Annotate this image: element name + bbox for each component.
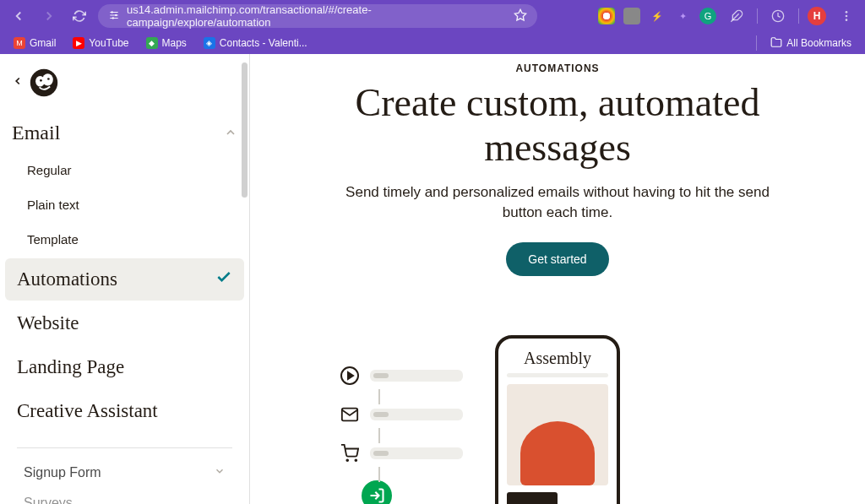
folder-icon (770, 36, 782, 51)
phone-product-image (507, 384, 608, 485)
workflow-step-trigger (338, 364, 463, 387)
nav-forward-button[interactable] (37, 4, 61, 28)
site-settings-icon[interactable] (108, 9, 120, 24)
bookmark-maps[interactable]: ◆ Maps (139, 35, 193, 51)
app-container: Email Regular Plain text Template Automa… (0, 54, 865, 504)
chevron-up-icon (224, 122, 237, 144)
extension-icon-1[interactable] (598, 8, 615, 24)
sidebar-item-website[interactable]: Website (5, 302, 244, 344)
sidebar-subitem-template[interactable]: Template (0, 222, 249, 257)
sidebar-subitem-label: Plain text (27, 198, 79, 212)
extensions-menu-icon[interactable] (725, 4, 748, 28)
extension-icon-4[interactable]: ✦ (674, 8, 691, 24)
step-card (370, 409, 463, 420)
bookmark-label: Maps (162, 37, 187, 49)
mail-icon (338, 403, 362, 426)
svg-point-0 (112, 11, 113, 13)
lamp-shade (520, 421, 595, 485)
extension-icon-5[interactable]: G (699, 8, 716, 24)
phone-text-placeholder (507, 373, 608, 377)
bookmark-gmail[interactable]: M Gmail (7, 35, 63, 51)
svg-point-17 (346, 459, 348, 461)
workflow-step-cart (338, 442, 463, 465)
sidebar-subitem-plaintext[interactable]: Plain text (0, 187, 249, 222)
sidebar-item-automations[interactable]: Automations (5, 258, 244, 301)
main-content: AUTOMATIONS Create custom, automated mes… (250, 54, 865, 504)
gmail-icon: M (14, 37, 25, 49)
eyebrow-text: AUTOMATIONS (284, 62, 831, 74)
history-icon[interactable] (766, 4, 790, 28)
hero-subtitle: Send timely and personalized emails with… (329, 182, 786, 224)
get-started-button[interactable]: Get started (506, 242, 608, 276)
sidebar-section-email[interactable]: Email (0, 113, 249, 153)
phone-brand: Assembly (507, 349, 608, 368)
nav-back-button[interactable] (7, 4, 30, 28)
svg-marker-3 (514, 9, 525, 20)
svg-point-13 (47, 78, 50, 80)
sidebar-subitem-label: Regular (27, 163, 72, 177)
check-icon (215, 268, 232, 290)
sidebar-subitem-label: Template (27, 232, 79, 247)
browser-actions: ⚡ ✦ G H (598, 4, 858, 28)
logo-row (0, 68, 249, 113)
nav-reload-button[interactable] (68, 4, 91, 28)
separator (757, 8, 758, 24)
maps-icon: ◆ (146, 37, 158, 49)
sidebar-item-surveys[interactable]: Surveys (0, 490, 249, 504)
svg-point-2 (112, 17, 114, 19)
sidebar-item-creative-assistant[interactable]: Creative Assistant (5, 390, 244, 432)
svg-point-6 (846, 11, 848, 14)
separator (756, 35, 757, 51)
chevron-down-icon (214, 465, 226, 480)
bookmark-label: YouTube (89, 37, 128, 49)
sidebar-item-label: Signup Form (24, 465, 101, 480)
illustration: Assembly (284, 335, 831, 504)
url-text: us14.admin.mailchimp.com/transactional/#… (127, 3, 507, 29)
star-icon[interactable] (514, 8, 527, 24)
phone-mockup: Assembly (495, 335, 620, 504)
svg-point-7 (846, 15, 848, 18)
sidebar-subitem-regular[interactable]: Regular (0, 153, 249, 187)
address-bar[interactable]: us14.admin.mailchimp.com/transactional/#… (98, 4, 537, 28)
svg-point-12 (40, 79, 42, 82)
sidebar-item-label: Landing Page (17, 356, 124, 378)
phone-cta-block (507, 492, 558, 504)
svg-point-18 (355, 459, 356, 461)
youtube-icon: ▶ (73, 37, 84, 49)
extension-icon-2[interactable] (623, 8, 640, 24)
workflow-step-email (338, 403, 463, 426)
sidebar-item-landing-page[interactable]: Landing Page (5, 346, 244, 388)
browser-toolbar: us14.admin.mailchimp.com/transactional/#… (0, 0, 865, 32)
sidebar-item-label: Website (17, 312, 79, 334)
svg-marker-15 (348, 372, 353, 379)
bookmarks-bar: M Gmail ▶ YouTube ◆ Maps ◈ Contacts - Va… (0, 32, 865, 54)
mailchimp-logo[interactable] (29, 68, 59, 98)
browser-chrome: us14.admin.mailchimp.com/transactional/#… (0, 0, 865, 54)
all-bookmarks-button[interactable]: All Bookmarks (764, 35, 858, 52)
hero-title: Create custom, automated messages (284, 81, 831, 171)
bookmark-contacts[interactable]: ◈ Contacts - Valenti... (197, 35, 314, 51)
workflow-end-icon (362, 480, 392, 504)
step-card (370, 370, 463, 382)
separator (798, 8, 799, 24)
contacts-icon: ◈ (204, 37, 215, 49)
svg-point-8 (846, 19, 848, 21)
sidebar-item-label: Automations (17, 268, 117, 290)
play-icon (338, 364, 362, 387)
divider (17, 447, 232, 448)
workflow-steps (338, 364, 463, 504)
cart-icon (338, 442, 362, 465)
profile-avatar[interactable]: H (808, 7, 826, 25)
bookmark-label: Gmail (30, 37, 56, 49)
sidebar-section-label: Email (12, 122, 60, 144)
bookmark-youtube[interactable]: ▶ YouTube (66, 35, 135, 51)
sidebar-item-label: Creative Assistant (17, 400, 158, 422)
sidebar-item-label: Surveys (24, 496, 73, 504)
browser-menu-icon[interactable] (835, 4, 858, 28)
svg-point-1 (115, 14, 117, 15)
all-bookmarks-label: All Bookmarks (786, 37, 851, 49)
sidebar-item-signup-form[interactable]: Signup Form (0, 455, 249, 490)
extension-icon-3[interactable]: ⚡ (649, 8, 666, 24)
back-caret-button[interactable] (12, 75, 24, 90)
scrollbar-thumb[interactable] (242, 62, 248, 198)
